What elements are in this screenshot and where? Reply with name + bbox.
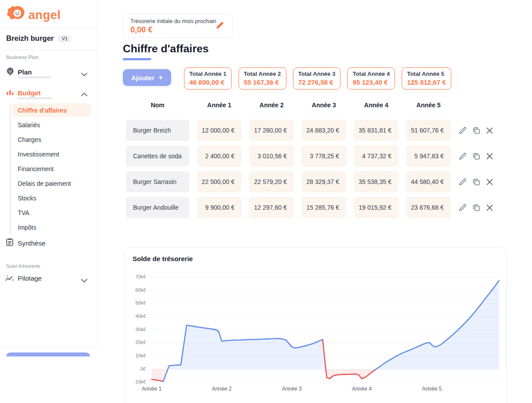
sidebar-subitem-delais-de-paiement[interactable]: Delais de paiement <box>12 176 91 190</box>
edit-row-button[interactable] <box>458 126 467 135</box>
row-value-cell: 9 900,00 € <box>197 197 242 218</box>
sidebar-subitem-impots[interactable]: Impôts <box>12 220 91 234</box>
divider <box>0 347 97 348</box>
duplicate-row-button[interactable] <box>472 152 481 160</box>
sidebar-subitem-salaries[interactable]: Salariés <box>12 118 91 132</box>
row-value-cell: 23 676,68 € <box>406 197 451 218</box>
row-value-cell: 12 297,60 € <box>249 197 294 218</box>
x-axis-label: Année 4 <box>352 386 372 392</box>
delete-row-button[interactable] <box>486 153 493 160</box>
page-title: Chiffre d'affaires <box>123 43 209 55</box>
duplicate-row-button[interactable] <box>472 126 481 135</box>
logo[interactable]: angel <box>5 5 61 25</box>
sidebar-item-synthese[interactable]: Synthèse <box>0 238 97 250</box>
total-badge-label: Total Année 4 <box>352 70 390 78</box>
total-badge-label: Total Année 2 <box>244 70 281 78</box>
y-axis-label: 10k€ <box>125 353 146 358</box>
row-value-cell: 15 285,76 € <box>301 197 346 218</box>
x-axis-label: Année 5 <box>422 386 442 392</box>
budget-bars-icon <box>6 88 14 98</box>
row-actions <box>458 126 512 135</box>
duplicate-row-button[interactable] <box>472 203 481 212</box>
row-name-cell: Burger Andouille <box>126 197 189 218</box>
divider <box>0 50 97 50</box>
sidebar-bottom-button[interactable] <box>6 352 90 356</box>
gridline <box>150 317 499 317</box>
sidebar-border <box>97 0 98 347</box>
app-root: angel Breizh burger V1 Business Plan Pla… <box>0 0 532 403</box>
delete-row-button[interactable] <box>486 127 493 134</box>
total-badge-annee-2: Total Année 255 167,36 € <box>239 67 286 90</box>
column-header-annee-4: Année 4 <box>354 102 399 109</box>
sidebar-subitem-tva[interactable]: TVA <box>12 206 91 219</box>
table-body: Burger Breizh12 000,00 €17 280,00 €24 88… <box>126 120 512 223</box>
row-value-cell: 12 000,00 € <box>197 120 242 141</box>
sidebar-item-plan[interactable]: Plan <box>0 67 97 79</box>
logo-blob-icon <box>5 5 26 25</box>
row-actions <box>458 178 512 186</box>
sidebar-subitem-chiffre-d-affaires[interactable]: Chiffre d'affaires <box>12 103 91 117</box>
edit-row-button[interactable] <box>458 203 467 212</box>
gridline <box>150 330 499 330</box>
subnav-rail <box>10 105 11 234</box>
row-actions <box>458 152 512 160</box>
tresorerie-label: Trésorerie initiale du mois prochain <box>130 18 216 24</box>
edit-row-button[interactable] <box>458 152 467 160</box>
gridline <box>150 303 499 304</box>
budget-progress-bar <box>18 97 52 99</box>
plan-icon <box>6 67 14 78</box>
table-row: Burger Sarrasin22 500,00 €22 579,20 €28 … <box>126 171 512 192</box>
y-axis-label: -10k€ <box>125 379 146 384</box>
edit-row-button[interactable] <box>458 178 467 186</box>
table-row: Canettes de soda2 400,00 €3 010,56 €3 77… <box>126 145 512 167</box>
row-value-cell: 17 280,00 € <box>249 120 294 141</box>
y-axis-label: 0€ <box>125 366 146 372</box>
gridline <box>150 382 499 383</box>
total-badge-value: 46 800,00 € <box>189 78 227 87</box>
row-value-cell: 5 947,83 € <box>406 145 451 167</box>
gridline <box>150 277 499 278</box>
row-value-cell: 22 579,20 € <box>249 171 294 192</box>
sidebar-subitem-financement[interactable]: Financement <box>12 162 91 176</box>
sidebar-subitem-charges[interactable]: Charges <box>12 133 91 146</box>
cash-balance-chart <box>125 247 506 403</box>
total-badge-value: 125 812,67 € <box>407 78 446 87</box>
y-axis-label: 60k€ <box>125 287 146 293</box>
sidebar-item-budget[interactable]: Budget <box>0 87 97 100</box>
y-axis-label: 40k€ <box>125 313 146 319</box>
sidebar-subitem-stocks[interactable]: Stocks <box>12 191 91 205</box>
column-header-annee-2: Année 2 <box>249 102 294 109</box>
section-label-suivi-tresorerie: Suivi trésorerie <box>6 263 40 269</box>
total-badge-annee-4: Total Année 495 123,40 € <box>347 67 395 90</box>
sidebar-item-label: Pilotage <box>18 274 42 282</box>
ajouter-button[interactable]: Ajouter + <box>123 69 171 86</box>
row-name-cell: Burger Sarrasin <box>126 171 189 192</box>
row-value-cell: 4 737,32 € <box>354 145 399 167</box>
delete-row-button[interactable] <box>486 178 493 186</box>
budget-subnav: Chiffre d'affairesSalariésChargesInvesti… <box>0 103 97 236</box>
x-axis-label: Année 2 <box>212 386 232 392</box>
chevron-up-icon[interactable] <box>81 91 87 99</box>
project-row: Breizh burger V1 <box>6 34 72 43</box>
row-value-cell: 51 607,76 € <box>406 120 451 141</box>
column-header-annee-3: Année 3 <box>301 102 346 109</box>
edit-pencil-icon[interactable] <box>215 21 224 31</box>
delete-row-button[interactable] <box>486 204 493 211</box>
y-axis-label: 50k€ <box>125 300 146 305</box>
chevron-down-icon[interactable] <box>81 276 87 284</box>
sidebar-subitem-investissement[interactable]: Investissement <box>12 147 91 161</box>
x-axis-label: Année 1 <box>142 386 162 392</box>
sidebar-item-pilotage[interactable]: Pilotage <box>0 273 97 285</box>
row-value-cell: 28 329,37 € <box>301 171 346 192</box>
column-header-nom: Nom <box>126 102 189 109</box>
chevron-down-icon[interactable] <box>81 70 87 78</box>
totals-row: Total Année 146 800,00 €Total Année 255 … <box>184 67 451 90</box>
chart-area-positive <box>168 325 326 369</box>
ajouter-label: Ajouter <box>131 74 155 82</box>
row-value-cell: 35 831,81 € <box>354 120 399 141</box>
tresorerie-value: 0,00 € <box>130 25 153 35</box>
total-badge-value: 55 167,36 € <box>244 78 281 87</box>
duplicate-row-button[interactable] <box>472 178 481 186</box>
sidebar-item-label: Budget <box>18 89 41 97</box>
total-badge-annee-3: Total Année 372 276,58 € <box>293 67 341 90</box>
